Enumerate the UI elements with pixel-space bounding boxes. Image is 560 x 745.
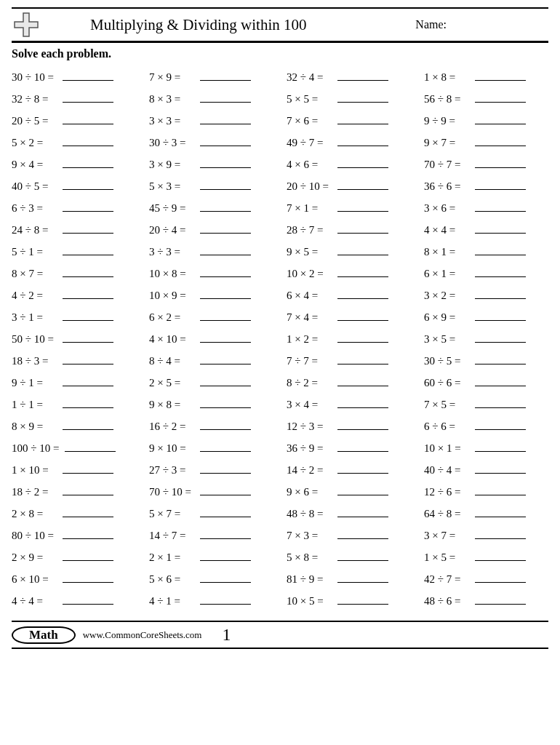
answer-blank[interactable] bbox=[63, 507, 113, 517]
answer-blank[interactable] bbox=[337, 136, 388, 146]
answer-blank[interactable] bbox=[475, 202, 526, 212]
answer-blank[interactable] bbox=[337, 223, 388, 234]
answer-blank[interactable] bbox=[475, 354, 526, 364]
answer-blank[interactable] bbox=[200, 245, 251, 255]
answer-blank[interactable] bbox=[63, 289, 113, 299]
answer-blank[interactable] bbox=[200, 267, 251, 277]
answer-blank[interactable] bbox=[200, 92, 251, 103]
answer-blank[interactable] bbox=[200, 311, 251, 321]
answer-blank[interactable] bbox=[475, 92, 526, 103]
answer-blank[interactable] bbox=[337, 158, 388, 168]
answer-blank[interactable] bbox=[200, 158, 251, 168]
answer-blank[interactable] bbox=[337, 71, 388, 81]
answer-blank[interactable] bbox=[337, 529, 388, 539]
answer-blank[interactable] bbox=[200, 289, 251, 299]
answer-blank[interactable] bbox=[63, 136, 113, 146]
answer-blank[interactable] bbox=[200, 354, 251, 364]
answer-blank[interactable] bbox=[63, 332, 113, 343]
answer-blank[interactable] bbox=[200, 332, 251, 343]
answer-blank[interactable] bbox=[63, 485, 113, 495]
answer-blank[interactable] bbox=[200, 507, 251, 517]
answer-blank[interactable] bbox=[200, 114, 251, 124]
answer-blank[interactable] bbox=[200, 71, 251, 81]
answer-blank[interactable] bbox=[200, 420, 251, 430]
answer-blank[interactable] bbox=[337, 92, 388, 103]
answer-blank[interactable] bbox=[63, 354, 113, 364]
answer-blank[interactable] bbox=[200, 180, 251, 190]
answer-blank[interactable] bbox=[63, 529, 113, 539]
answer-blank[interactable] bbox=[475, 267, 526, 277]
answer-blank[interactable] bbox=[200, 223, 251, 234]
answer-blank[interactable] bbox=[63, 92, 113, 103]
answer-blank[interactable] bbox=[200, 463, 251, 474]
answer-blank[interactable] bbox=[475, 114, 526, 124]
answer-blank[interactable] bbox=[337, 573, 388, 583]
answer-blank[interactable] bbox=[475, 311, 526, 321]
answer-blank[interactable] bbox=[63, 267, 113, 277]
answer-blank[interactable] bbox=[475, 573, 526, 583]
answer-blank[interactable] bbox=[337, 202, 388, 212]
answer-blank[interactable] bbox=[337, 376, 388, 386]
answer-blank[interactable] bbox=[475, 158, 526, 168]
answer-blank[interactable] bbox=[475, 507, 526, 517]
answer-blank[interactable] bbox=[337, 463, 388, 474]
answer-blank[interactable] bbox=[337, 267, 388, 277]
answer-blank[interactable] bbox=[63, 71, 113, 81]
answer-blank[interactable] bbox=[475, 71, 526, 81]
answer-blank[interactable] bbox=[475, 376, 526, 386]
answer-blank[interactable] bbox=[475, 398, 526, 408]
answer-blank[interactable] bbox=[337, 551, 388, 561]
answer-blank[interactable] bbox=[337, 442, 388, 452]
answer-blank[interactable] bbox=[337, 180, 388, 190]
answer-blank[interactable] bbox=[475, 420, 526, 430]
answer-blank[interactable] bbox=[475, 485, 526, 495]
answer-blank[interactable] bbox=[63, 311, 113, 321]
answer-blank[interactable] bbox=[200, 442, 251, 452]
answer-blank[interactable] bbox=[337, 289, 388, 299]
answer-blank[interactable] bbox=[475, 136, 526, 146]
answer-blank[interactable] bbox=[475, 442, 526, 452]
answer-blank[interactable] bbox=[337, 420, 388, 430]
answer-blank[interactable] bbox=[200, 398, 251, 408]
answer-blank[interactable] bbox=[63, 376, 113, 386]
answer-blank[interactable] bbox=[200, 136, 251, 146]
answer-blank[interactable] bbox=[475, 332, 526, 343]
answer-blank[interactable] bbox=[200, 529, 251, 539]
answer-blank[interactable] bbox=[63, 398, 113, 408]
answer-blank[interactable] bbox=[337, 507, 388, 517]
answer-blank[interactable] bbox=[200, 551, 251, 561]
answer-blank[interactable] bbox=[63, 463, 113, 474]
answer-blank[interactable] bbox=[63, 202, 113, 212]
answer-blank[interactable] bbox=[200, 594, 251, 605]
answer-blank[interactable] bbox=[475, 245, 526, 255]
answer-blank[interactable] bbox=[200, 202, 251, 212]
answer-blank[interactable] bbox=[475, 594, 526, 605]
answer-blank[interactable] bbox=[337, 485, 388, 495]
answer-blank[interactable] bbox=[63, 573, 113, 583]
answer-blank[interactable] bbox=[337, 114, 388, 124]
answer-blank[interactable] bbox=[475, 223, 526, 234]
answer-blank[interactable] bbox=[200, 376, 251, 386]
answer-blank[interactable] bbox=[200, 485, 251, 495]
answer-blank[interactable] bbox=[337, 332, 388, 343]
answer-blank[interactable] bbox=[65, 442, 116, 452]
answer-blank[interactable] bbox=[337, 594, 388, 605]
answer-blank[interactable] bbox=[475, 180, 526, 190]
answer-blank[interactable] bbox=[337, 245, 388, 255]
answer-blank[interactable] bbox=[63, 420, 113, 430]
answer-blank[interactable] bbox=[475, 529, 526, 539]
answer-blank[interactable] bbox=[337, 398, 388, 408]
answer-blank[interactable] bbox=[63, 114, 113, 124]
answer-blank[interactable] bbox=[63, 180, 113, 190]
answer-blank[interactable] bbox=[475, 289, 526, 299]
answer-blank[interactable] bbox=[337, 311, 388, 321]
answer-blank[interactable] bbox=[200, 573, 251, 583]
answer-blank[interactable] bbox=[475, 463, 526, 474]
answer-blank[interactable] bbox=[337, 354, 388, 364]
answer-blank[interactable] bbox=[475, 551, 526, 561]
answer-blank[interactable] bbox=[63, 245, 113, 255]
answer-blank[interactable] bbox=[63, 223, 113, 234]
answer-blank[interactable] bbox=[63, 551, 113, 561]
answer-blank[interactable] bbox=[63, 158, 113, 168]
answer-blank[interactable] bbox=[63, 594, 113, 605]
